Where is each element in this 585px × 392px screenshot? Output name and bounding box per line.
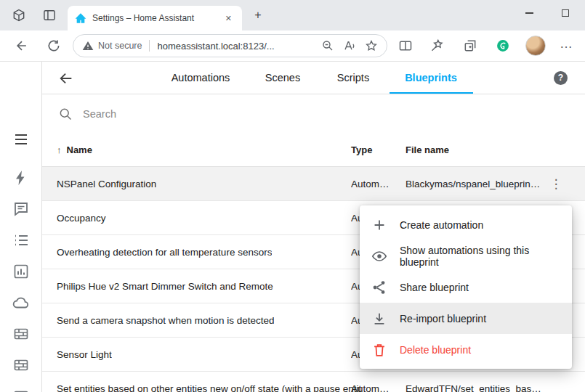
menu-item-show-automations[interactable]: Show automations using this blueprint xyxy=(360,240,572,271)
row-name: Set entities based on other entities new… xyxy=(57,372,362,392)
favorite-star-icon[interactable] xyxy=(365,39,378,52)
back-icon[interactable] xyxy=(15,38,29,53)
window-maximize-button[interactable] xyxy=(549,0,581,26)
profile-avatar[interactable] xyxy=(525,36,546,56)
download-icon xyxy=(371,311,387,327)
row-name: Sensor Light xyxy=(57,338,112,372)
row-file: Blackymas/nspanel_blueprin… xyxy=(406,167,558,201)
table-row[interactable]: Set entities based on other entities new… xyxy=(42,372,585,392)
tab-title: Settings – Home Assistant xyxy=(92,13,217,23)
assist-chat-icon[interactable] xyxy=(12,200,30,218)
active-tab-indicator xyxy=(390,92,473,94)
menu-item-label: Create automation xyxy=(400,219,483,231)
share-icon xyxy=(371,279,387,295)
browser-more-icon[interactable]: … xyxy=(560,36,573,52)
table-header: ↑ Name Type File name xyxy=(42,133,585,167)
eye-icon xyxy=(371,248,387,264)
row-type: Autom… xyxy=(351,372,396,392)
menu-item-reimport-blueprint[interactable]: Re-import blueprint xyxy=(360,303,572,334)
energy-icon[interactable] xyxy=(12,169,30,187)
address-bar[interactable]: Not secure homeassistant.local:8123/... xyxy=(73,34,387,57)
row-overflow-menu-icon[interactable]: ⋮ xyxy=(549,167,563,201)
module-bricks-icon-3[interactable] xyxy=(12,388,30,392)
row-name: Philips Hue v2 Smart Dimmer Switch and R… xyxy=(57,269,273,303)
collections-icon[interactable] xyxy=(463,38,477,53)
url-text[interactable]: homeassistant.local:8123/... xyxy=(157,41,312,52)
column-header-file[interactable]: File name xyxy=(406,133,449,167)
workspaces-icon[interactable] xyxy=(12,8,26,23)
menu-item-delete-blueprint[interactable]: Delete blueprint xyxy=(360,334,572,365)
logbook-list-icon[interactable] xyxy=(12,232,30,249)
blueprint-context-menu: Create automation Show automations using… xyxy=(360,205,572,369)
ha-page-header: Automations Scenes Scripts Blueprints ? xyxy=(42,62,585,94)
help-icon[interactable]: ? xyxy=(554,71,568,85)
extension-icon[interactable] xyxy=(496,38,510,53)
sort-ascending-icon[interactable]: ↑ xyxy=(57,144,62,155)
menu-item-share-blueprint[interactable]: Share blueprint xyxy=(360,271,572,303)
minimize-icon xyxy=(525,12,533,14)
browser-titlebar: Settings – Home Assistant ✕ + xyxy=(0,0,585,30)
column-name-label: Name xyxy=(67,144,92,155)
column-header-type[interactable]: Type xyxy=(351,133,372,167)
menu-item-label: Show automations using this blueprint xyxy=(400,245,560,268)
tab-scripts[interactable]: Scripts xyxy=(337,62,369,94)
split-screen-icon[interactable] xyxy=(398,38,413,53)
window-minimize-button[interactable] xyxy=(513,0,545,26)
search-row xyxy=(42,94,585,133)
read-aloud-icon[interactable] xyxy=(343,39,356,52)
browser-toolbar: Not secure homeassistant.local:8123/... … xyxy=(0,30,585,62)
ha-sidebar xyxy=(0,62,42,392)
favorites-bar-icon[interactable] xyxy=(430,38,445,53)
vertical-tabs-icon[interactable] xyxy=(42,8,57,23)
maximize-icon xyxy=(562,9,569,17)
refresh-icon[interactable] xyxy=(47,38,61,53)
address-divider xyxy=(149,40,150,52)
tab-automations[interactable]: Automations xyxy=(172,62,230,94)
row-file: EdwardTFN/set_entities_bas… xyxy=(406,372,558,392)
search-input[interactable] xyxy=(83,108,374,120)
plus-icon xyxy=(371,217,387,233)
browser-tab[interactable]: Settings – Home Assistant ✕ xyxy=(68,6,242,30)
row-name: Overheating detection for all temperatur… xyxy=(57,235,272,269)
zoom-out-icon[interactable] xyxy=(321,39,334,52)
menu-item-label: Re-import blueprint xyxy=(400,313,486,324)
search-icon xyxy=(58,107,73,121)
column-header-name[interactable]: ↑ Name xyxy=(57,133,92,167)
close-tab-icon[interactable]: ✕ xyxy=(222,12,235,25)
trash-icon xyxy=(371,342,387,358)
cloud-icon[interactable] xyxy=(12,294,30,311)
row-type: Autom… xyxy=(351,167,396,201)
module-bricks-icon-2[interactable] xyxy=(12,356,30,374)
tab-blueprints[interactable]: Blueprints xyxy=(405,62,457,94)
not-secure-label[interactable]: Not secure xyxy=(98,41,142,51)
menu-icon[interactable] xyxy=(12,131,30,148)
history-chart-icon[interactable] xyxy=(12,263,30,280)
menu-item-label: Share blueprint xyxy=(400,282,469,293)
page-back-icon[interactable] xyxy=(58,70,74,86)
new-tab-button[interactable]: + xyxy=(251,9,265,23)
module-bricks-icon-1[interactable] xyxy=(12,325,30,343)
row-name: NSPanel Configuration xyxy=(57,167,156,201)
tab-scenes[interactable]: Scenes xyxy=(265,62,300,94)
home-assistant-favicon xyxy=(75,12,86,24)
row-name: Send a camera snapshot when motion is de… xyxy=(57,303,274,338)
table-row[interactable]: NSPanel Configuration Autom… Blackymas/n… xyxy=(42,167,585,201)
menu-item-label: Delete blueprint xyxy=(400,344,471,356)
menu-item-create-automation[interactable]: Create automation xyxy=(360,209,572,240)
not-secure-warning-icon xyxy=(82,40,94,52)
row-name: Occupancy xyxy=(57,201,106,235)
